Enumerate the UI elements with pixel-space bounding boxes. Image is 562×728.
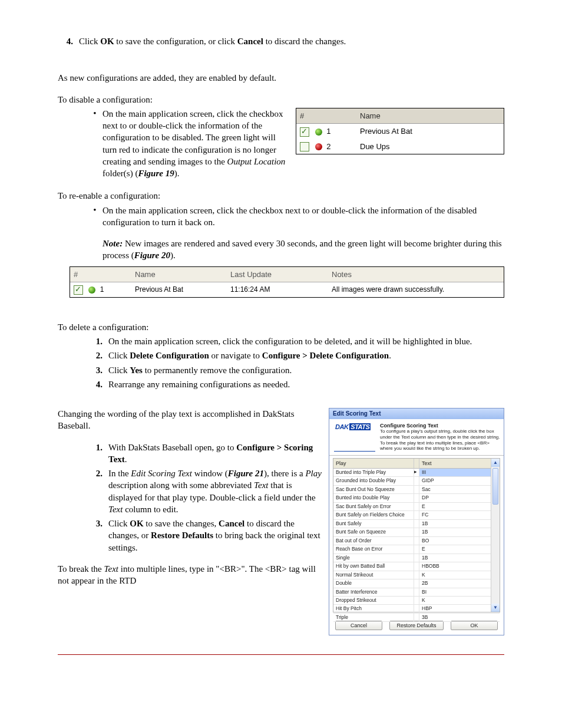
scroll-thumb[interactable]: [492, 468, 498, 505]
column-header-play: Play: [333, 459, 414, 469]
grid-cell-play[interactable]: Normal Strikeout: [333, 571, 414, 579]
column-header-name: Name: [356, 108, 504, 124]
grid-cell-text[interactable]: BI: [419, 588, 500, 597]
status-led-icon: [315, 129, 322, 136]
row-name: Previous At Bat: [131, 282, 227, 297]
grid-cell-text[interactable]: K: [419, 571, 500, 579]
grid-cell-text[interactable]: BO: [419, 537, 500, 545]
grid-cell-text[interactable]: 2B: [419, 579, 500, 588]
step-text: Click Delete Configuration or navigate t…: [108, 350, 504, 361]
grid-cell-play[interactable]: Sac Bunt Out No Squeeze: [333, 486, 414, 494]
column-header-number: #: [70, 267, 131, 282]
grid-cell-play[interactable]: Reach Base on Error: [333, 545, 414, 554]
grid-cell-play[interactable]: Bunt Safely on Fielders Choice: [333, 511, 414, 519]
figure-20: # Name Last Update Notes 1 Previous At B…: [70, 266, 504, 298]
step-number: 3.: [87, 364, 108, 376]
grid-cell-text[interactable]: III: [419, 469, 500, 477]
grid-cell-play[interactable]: Dropped Strikeout: [333, 597, 414, 605]
step-text: Click OK to save the changes, Cancel to …: [108, 518, 322, 554]
grid-cell-play[interactable]: Hit By Pitch: [333, 605, 414, 613]
grid-cell-play[interactable]: Batter Interference: [333, 588, 414, 597]
grid-cell-text[interactable]: 3B: [419, 614, 500, 622]
grid-cell-text[interactable]: Sac: [419, 486, 500, 494]
step-number: 4.: [58, 35, 79, 47]
page-divider: [58, 654, 504, 655]
row-number: 1: [326, 127, 330, 136]
column-divider: [414, 459, 419, 469]
grid-cell-play[interactable]: Bunt Safely: [333, 520, 414, 528]
grid-cell-text[interactable]: E: [419, 503, 500, 511]
dakstats-logo: DAKSTATS: [334, 423, 375, 452]
row-indicator: [414, 520, 419, 528]
row-indicator: [414, 571, 419, 579]
column-header-text: Text: [419, 459, 500, 469]
row-name: Due Ups: [356, 139, 504, 154]
grid-cell-text[interactable]: HBOBB: [419, 562, 500, 571]
row-indicator: ▸: [414, 469, 419, 477]
row-indicator: [414, 486, 419, 494]
column-header-name: Name: [131, 267, 227, 282]
dialog-title: Edit Scoring Text: [329, 409, 504, 419]
row-indicator: [414, 503, 419, 511]
figure-21-dialog: Edit Scoring Text DAKSTATS Configure Sco…: [329, 408, 504, 635]
body-text: To delete a configuration:: [58, 321, 504, 333]
row-indicator: [414, 511, 419, 519]
grid-cell-text[interactable]: 1B: [419, 528, 500, 536]
grid-cell-play[interactable]: Double: [333, 579, 414, 588]
row-indicator: [414, 545, 419, 554]
body-text: As new configurations are added, they ar…: [58, 72, 504, 84]
config-row[interactable]: 2 Due Ups: [296, 139, 504, 154]
grid-cell-play[interactable]: Triple: [333, 614, 414, 622]
status-led-icon: [315, 143, 322, 150]
row-indicator: [414, 528, 419, 536]
column-header-notes: Notes: [328, 267, 504, 282]
step-text: In the Edit Scoring Text window (Figure …: [108, 467, 322, 515]
step-number: 3.: [87, 518, 108, 554]
grid-cell-play[interactable]: Hit by own Batted Ball: [333, 562, 414, 571]
grid-cell-play[interactable]: Single: [333, 554, 414, 562]
grid-cell-text[interactable]: 1B: [419, 520, 500, 528]
grid-cell-text[interactable]: GIDP: [419, 477, 500, 485]
step-text: On the main application screen, click th…: [108, 335, 504, 347]
row-indicator: [414, 554, 419, 562]
grid-cell-text[interactable]: K: [419, 597, 500, 605]
bullet-icon: •: [87, 108, 103, 180]
grid-cell-text[interactable]: 1B: [419, 554, 500, 562]
row-indicator: [414, 579, 419, 588]
scroll-down-icon[interactable]: ▼: [491, 604, 500, 612]
step-text: Click OK to save the configuration, or c…: [79, 35, 504, 47]
grid-cell-text[interactable]: FC: [419, 511, 500, 519]
row-number: 1: [100, 285, 104, 294]
scroll-up-icon[interactable]: ▲: [491, 459, 500, 467]
row-indicator: [414, 494, 419, 502]
row-indicator: [414, 477, 419, 485]
row-notes: All images were drawn successfully.: [328, 282, 504, 297]
grid-cell-play[interactable]: Grounded into Double Play: [333, 477, 414, 485]
grid-cell-play[interactable]: Bunt Safe on Squeeze: [333, 528, 414, 536]
row-indicator: [414, 597, 419, 605]
step-text: Rearrange any remaining configurations a…: [108, 378, 504, 390]
row-last-update: 11:16:24 AM: [227, 282, 328, 297]
status-led-icon: [88, 286, 95, 294]
config-row[interactable]: 1 Previous At Bat 11:16:24 AM All images…: [70, 282, 504, 297]
checkbox-icon[interactable]: [300, 142, 309, 151]
grid-cell-text[interactable]: E: [419, 545, 500, 554]
checkbox-icon[interactable]: [300, 127, 309, 137]
grid-cell-play[interactable]: Sac Bunt Safely on Error: [333, 503, 414, 511]
scrollbar[interactable]: ▲ ▼: [491, 459, 500, 612]
grid-cell-text[interactable]: DP: [419, 494, 500, 502]
grid-cell-play[interactable]: Bunted into Triple Play: [333, 469, 414, 477]
config-row[interactable]: 1 Previous At Bat: [296, 124, 504, 139]
row-indicator: [414, 605, 419, 613]
row-indicator: [414, 537, 419, 545]
grid-cell-play[interactable]: Bunted into Double Play: [333, 494, 414, 502]
step-number: 2.: [87, 467, 108, 515]
grid-cell-play[interactable]: Bat out of Order: [333, 537, 414, 545]
scoring-text-grid[interactable]: Play Text Bunted into Triple Play▸IIIGro…: [333, 458, 500, 612]
bullet-text: On the main application screen, click th…: [103, 108, 290, 180]
grid-cell-text[interactable]: HBP: [419, 605, 500, 613]
column-header-number: #: [296, 108, 356, 124]
step-number: 2.: [87, 350, 108, 361]
figure-19: # Name 1 Previous At Bat 2 Due Ups: [296, 108, 504, 155]
checkbox-icon[interactable]: [74, 285, 83, 295]
